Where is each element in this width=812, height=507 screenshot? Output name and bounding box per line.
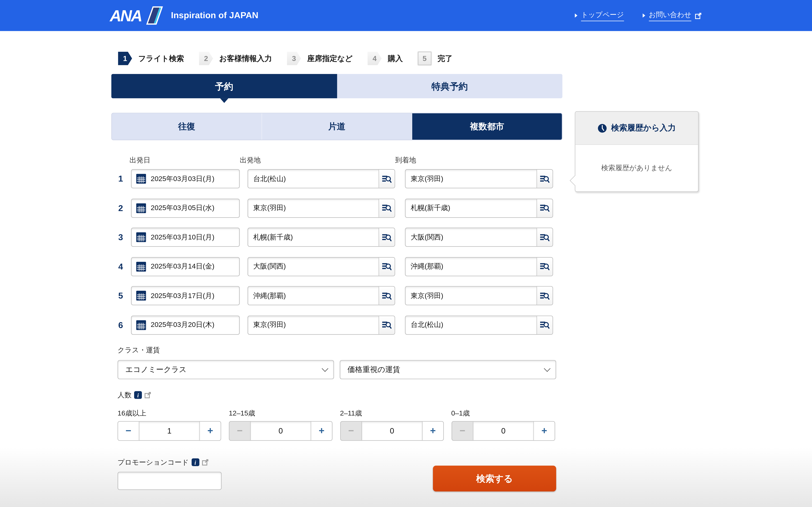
minus-button[interactable]: − (341, 421, 361, 440)
date-field-1[interactable]: 2025年03月03日(月) (131, 169, 240, 188)
step-1-badge: 1 (118, 52, 132, 65)
airport-search-button[interactable] (378, 170, 395, 188)
to-value[interactable]: 東京(羽田) (406, 287, 537, 305)
to-value[interactable]: 大阪(関西) (406, 228, 537, 246)
ana-logo-text: ANA (110, 7, 142, 23)
airport-search-button[interactable] (378, 316, 395, 334)
age-label-adult: 16歳以上 (117, 408, 229, 418)
calendar-icon (136, 320, 146, 330)
airport-search-button[interactable] (537, 287, 553, 305)
trip-type-tabs: 往復 片道 複数都市 (111, 113, 562, 140)
booking-tabs: 予約 特典予約 (111, 74, 562, 98)
to-field-4: 沖縄(那覇) (405, 257, 553, 276)
plus-button[interactable]: + (200, 421, 221, 440)
airport-search-button[interactable] (378, 287, 395, 305)
age-label-0-1: 0–1歳 (451, 408, 562, 418)
flight-rows: 1 2025年03月03日(月) 台北(松山) (111, 169, 562, 335)
promo-label: プロモーションコード (117, 457, 189, 467)
from-value[interactable]: 台北(松山) (248, 170, 378, 188)
class-select[interactable]: エコノミークラス (117, 360, 334, 379)
airport-search-button[interactable] (537, 199, 553, 217)
airport-search-button[interactable] (378, 199, 395, 217)
info-icon[interactable]: i (134, 391, 142, 399)
airport-search-button[interactable] (537, 228, 553, 246)
plus-button[interactable]: + (311, 421, 332, 440)
to-value[interactable]: 東京(羽田) (406, 170, 537, 188)
age-label-12-15: 12–15歳 (229, 408, 340, 418)
to-field-3: 大阪(関西) (405, 228, 553, 247)
to-value[interactable]: 沖縄(那覇) (406, 257, 537, 276)
tab-reservation[interactable]: 予約 (111, 74, 337, 98)
step-3: 3 座席指定など (287, 52, 353, 65)
tab-award-reservation[interactable]: 特典予約 (337, 74, 562, 98)
airport-search-button[interactable] (378, 257, 395, 276)
passengers-label-row: 人数 i (117, 390, 562, 400)
info-icon[interactable]: i (191, 458, 199, 466)
from-value[interactable]: 大阪(関西) (248, 257, 378, 276)
calendar-icon (136, 232, 146, 242)
airport-search-button[interactable] (537, 170, 553, 188)
age-group-labels: 16歳以上 12–15歳 2–11歳 0–1歳 (117, 408, 562, 418)
date-value: 2025年03月14日(金) (151, 262, 214, 271)
col-header-to: 到着地 (395, 156, 543, 165)
date-field-2[interactable]: 2025年03月05日(水) (131, 199, 240, 218)
step-5-label: 完了 (438, 54, 452, 63)
airport-search-button[interactable] (537, 316, 553, 334)
date-field-6[interactable]: 2025年03月20日(木) (131, 316, 240, 335)
contact-link[interactable]: お問い合わせ (643, 10, 702, 21)
airport-search-button[interactable] (378, 228, 395, 246)
top-page-link[interactable]: トップページ (575, 10, 624, 21)
clock-icon (598, 123, 607, 133)
promo-code-input[interactable] (117, 472, 222, 490)
airport-search-button[interactable] (537, 257, 553, 276)
external-link-icon (695, 12, 702, 19)
tab-multicity[interactable]: 複数都市 (412, 113, 562, 140)
from-field-3: 札幌(新千歳) (248, 228, 395, 247)
date-field-3[interactable]: 2025年03月10日(月) (131, 228, 240, 247)
minus-button[interactable]: − (230, 421, 250, 440)
stepper-2-11: − 0 + (340, 421, 444, 441)
row-number: 5 (114, 291, 127, 301)
ana-slash-icon (146, 6, 163, 25)
ana-tagline: Inspiration of JAPAN (171, 10, 258, 21)
from-field-1: 台北(松山) (248, 169, 395, 188)
date-value: 2025年03月20日(木) (151, 320, 214, 330)
from-value[interactable]: 東京(羽田) (248, 199, 378, 217)
from-field-2: 東京(羽田) (248, 199, 395, 218)
passengers-label: 人数 (117, 390, 132, 400)
chevron-down-icon (322, 365, 328, 372)
minus-button[interactable]: − (118, 421, 139, 440)
ana-logo: ANA Inspiration of JAPAN (110, 0, 258, 31)
plus-button[interactable]: + (422, 421, 443, 440)
to-value[interactable]: 札幌(新千歳) (406, 199, 537, 217)
to-field-5: 東京(羽田) (405, 286, 553, 305)
from-value[interactable]: 沖縄(那覇) (248, 287, 378, 305)
age-label-2-11: 2–11歳 (340, 408, 451, 418)
row-number: 6 (114, 320, 127, 330)
search-list-icon (540, 203, 549, 213)
from-value[interactable]: 札幌(新千歳) (248, 228, 378, 246)
search-list-icon (382, 174, 391, 183)
from-value[interactable]: 東京(羽田) (248, 316, 378, 334)
top-page-link-label: トップページ (581, 10, 624, 21)
search-list-icon (540, 262, 549, 271)
search-history-empty: 検索履歴がありません (575, 145, 698, 191)
tab-oneway[interactable]: 片道 (262, 113, 412, 140)
to-value[interactable]: 台北(松山) (406, 316, 537, 334)
calendar-icon (136, 203, 146, 213)
fare-select[interactable]: 価格重視の運賃 (340, 360, 556, 379)
plus-button[interactable]: + (534, 421, 555, 440)
main-content: 1 フライト検索 2 お客様情報入力 3 座席指定など 4 購入 5 完了 予約 (111, 50, 562, 497)
header-links: トップページ お問い合わせ (575, 0, 702, 31)
calendar-icon (136, 174, 146, 184)
chevron-down-icon (544, 365, 551, 372)
flight-row-1: 1 2025年03月03日(月) 台北(松山) (111, 169, 562, 188)
search-list-icon (540, 174, 549, 183)
date-field-4[interactable]: 2025年03月14日(金) (131, 257, 240, 276)
search-button[interactable]: 検索する (433, 465, 556, 491)
minus-button[interactable]: − (452, 421, 473, 440)
tab-roundtrip[interactable]: 往復 (112, 113, 262, 140)
date-field-5[interactable]: 2025年03月17日(月) (131, 286, 240, 305)
to-field-2: 札幌(新千歳) (405, 199, 553, 218)
app-header: ANA Inspiration of JAPAN トップページ お問い合わせ (0, 0, 812, 31)
